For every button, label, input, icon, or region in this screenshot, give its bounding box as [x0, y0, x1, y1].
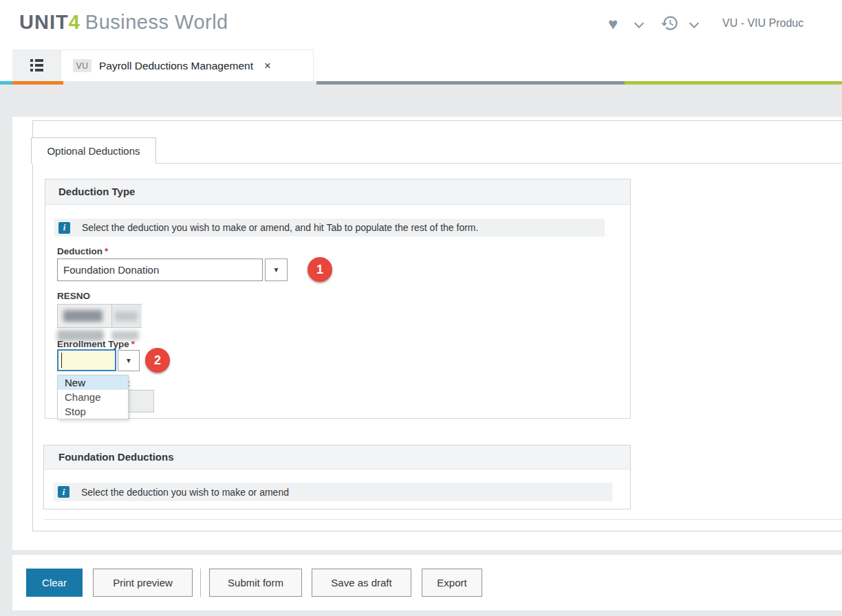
- logo-product-text: Business World: [85, 11, 228, 33]
- form-container-left-border: [32, 120, 33, 531]
- footer-action-bar: Clear Print preview Submit form Save as …: [12, 555, 842, 610]
- info-icon: i: [58, 486, 69, 498]
- clear-button[interactable]: Clear: [26, 569, 83, 597]
- enrollment-type-label: Enrollment Type*: [57, 339, 135, 349]
- info-icon: i: [58, 222, 70, 234]
- required-asterisk: *: [131, 339, 135, 349]
- print-preview-button[interactable]: Print preview: [93, 569, 193, 597]
- text-caret: [61, 353, 62, 368]
- resno-field-redacted: [57, 304, 142, 328]
- info-banner: i Select the deduction you wish to make …: [54, 219, 605, 236]
- button-group-divider: [200, 569, 201, 597]
- resno-label: RESNO: [57, 291, 90, 301]
- foundation-deductions-section: Foundation Deductions i Select the deduc…: [43, 445, 631, 509]
- enrollment-type-input[interactable]: [57, 349, 116, 371]
- submit-form-button[interactable]: Submit form: [209, 569, 302, 597]
- favorites-heart-icon[interactable]: ♥: [608, 15, 618, 33]
- deduction-input[interactable]: Foundation Donation: [57, 258, 263, 281]
- deduction-type-section: Deduction Type i Select the deduction yo…: [45, 179, 631, 419]
- tab-title: Payroll Deductions Management: [99, 60, 253, 72]
- tab-optional-deductions[interactable]: Optional Deductions: [31, 138, 156, 164]
- stripe-green: [625, 81, 842, 85]
- menu-tab[interactable]: [12, 50, 61, 81]
- tab-close-icon[interactable]: ×: [264, 59, 271, 73]
- redacted-resno-value: [63, 310, 102, 322]
- option-new[interactable]: New: [58, 375, 128, 390]
- stripe-orange-active-tab-underline: [12, 81, 63, 85]
- list-menu-icon: [30, 57, 43, 74]
- stripe-gray: [316, 81, 625, 85]
- client-context-label[interactable]: VU - VIU Produc: [722, 17, 803, 30]
- tab-pane-bottom-border: [44, 519, 842, 520]
- resno-field-divider: [111, 305, 112, 327]
- form-container-bottom-border: [32, 531, 842, 531]
- dropdown-arrow-icon: ▼: [125, 357, 132, 364]
- callout-badge-1: 1: [307, 257, 332, 282]
- info-banner: i Select the deduction you wish to make …: [54, 483, 612, 501]
- callout-badge-2: 2: [145, 348, 170, 373]
- enrollment-options-listbox: New Change Stop: [57, 375, 129, 419]
- history-chevron-down-icon[interactable]: [689, 19, 699, 28]
- recent-history-icon[interactable]: [660, 14, 679, 35]
- enrollment-dropdown-button[interactable]: ▼: [118, 350, 140, 371]
- deduction-label: Deduction*: [57, 246, 108, 256]
- favorites-chevron-down-icon[interactable]: [634, 19, 644, 28]
- stripe-cyan: [0, 81, 12, 85]
- option-stop[interactable]: Stop: [58, 404, 128, 419]
- info-banner-text: Select the deduction you wish to make or…: [81, 487, 289, 498]
- tab-client-badge: VU: [73, 59, 91, 72]
- unit4-logo: UNIT4Business World: [19, 11, 228, 34]
- logo-brand-text: UNIT: [19, 11, 69, 33]
- redacted-resno-extra: [115, 311, 138, 321]
- form-container-top-border: [32, 120, 842, 121]
- tab-payroll-deductions-management[interactable]: VU Payroll Deductions Management ×: [61, 50, 314, 81]
- save-as-draft-button[interactable]: Save as draft: [312, 569, 411, 597]
- foundation-section-title: Foundation Deductions: [44, 446, 630, 470]
- tab-pane-top-border: [156, 163, 842, 164]
- deduction-dropdown-button[interactable]: ▼: [265, 258, 288, 281]
- export-button[interactable]: Export: [422, 569, 482, 597]
- option-change[interactable]: Change: [58, 390, 128, 404]
- required-asterisk: *: [105, 246, 108, 256]
- logo-brand-accent: 4: [69, 11, 80, 33]
- info-banner-text: Select the deduction you wish to make or…: [82, 222, 478, 233]
- deduction-type-section-title: Deduction Type: [45, 179, 630, 205]
- app-header: UNIT4Business World ♥ VU - VIU Produc VU…: [0, 0, 842, 81]
- dropdown-arrow-icon: ▼: [273, 266, 280, 274]
